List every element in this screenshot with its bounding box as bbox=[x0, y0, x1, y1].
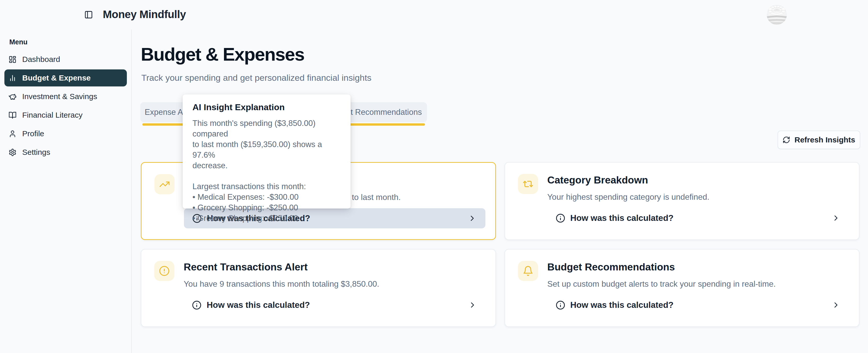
card-content: Recent Transactions Alert You have 9 tra… bbox=[184, 261, 486, 326]
card-content: Budget Recommendations Set up custom bud… bbox=[548, 261, 849, 326]
card-content: Category Breakdown Your highest spending… bbox=[548, 174, 849, 240]
sidebar-item-budget-expense[interactable]: Budget & Expense bbox=[4, 69, 127, 86]
alert-circle-icon bbox=[159, 266, 170, 276]
refresh-icon bbox=[782, 136, 790, 144]
chevron-right-icon bbox=[832, 301, 840, 309]
sidebar-item-label: Financial Literacy bbox=[22, 111, 83, 119]
sidebar-item-label: Settings bbox=[22, 148, 50, 156]
card-title: Category Breakdown bbox=[548, 175, 849, 185]
refresh-insights-button[interactable]: Refresh Insights bbox=[778, 131, 860, 149]
card-title: Budget Recommendations bbox=[548, 262, 849, 272]
sidebar-item-label: Dashboard bbox=[22, 55, 60, 64]
sidebar-item-label: Investment & Savings bbox=[22, 92, 97, 101]
tooltip-paragraph: This month's spending ($3,850.00) compar… bbox=[192, 118, 341, 171]
panel-left-icon bbox=[84, 10, 93, 19]
how-calculated-button[interactable]: How was this calculated? bbox=[548, 295, 849, 315]
top-header: Money Mindfully bbox=[0, 0, 868, 29]
card-budget-recommendations: Budget Recommendations Set up custom bud… bbox=[504, 249, 860, 327]
how-calculated-label: How was this calculated? bbox=[570, 213, 674, 223]
sidebar-menu-label: Menu bbox=[9, 38, 131, 46]
chevron-right-icon bbox=[832, 214, 840, 222]
card-description: Set up custom budget alerts to track you… bbox=[548, 278, 849, 289]
sidebar-item-label: Profile bbox=[22, 129, 44, 138]
card-title: Recent Transactions Alert bbox=[184, 262, 486, 272]
card-icon-box bbox=[518, 174, 538, 194]
sidebar-item-investment-savings[interactable]: Investment & Savings bbox=[4, 88, 127, 105]
sidebar-item-financial-literacy[interactable]: Financial Literacy bbox=[4, 107, 127, 123]
card-recent-transactions: Recent Transactions Alert You have 9 tra… bbox=[141, 249, 496, 327]
card-icon-box bbox=[154, 174, 175, 194]
card-description: You have 9 transactions this month total… bbox=[184, 278, 486, 289]
card-icon-box bbox=[518, 261, 538, 281]
how-calculated-label: How was this calculated? bbox=[570, 300, 674, 310]
card-category-breakdown: Category Breakdown Your highest spending… bbox=[504, 162, 860, 240]
gear-icon bbox=[8, 148, 17, 156]
ai-insight-tooltip: AI Insight Explanation This month's spen… bbox=[183, 95, 350, 209]
card-icon-box bbox=[154, 261, 175, 281]
app-screen: Money Mindfully bbox=[0, 0, 868, 353]
repeat-icon bbox=[523, 179, 533, 189]
sidebar: Menu Dashboard Budget & Expense Investme… bbox=[0, 29, 132, 353]
chevron-right-icon bbox=[468, 214, 476, 223]
how-calculated-button[interactable]: How was this calculated? bbox=[548, 208, 849, 228]
how-calculated-label: How was this calculated? bbox=[207, 300, 310, 310]
app-title: Money Mindfully bbox=[103, 8, 186, 21]
info-icon bbox=[556, 213, 565, 223]
tooltip-transactions-list: Largest transactions this month: • Medic… bbox=[192, 181, 341, 223]
layout-dashboard-icon bbox=[8, 56, 17, 64]
bar-chart-icon bbox=[8, 74, 17, 82]
book-open-icon bbox=[8, 111, 17, 119]
info-icon bbox=[192, 301, 202, 310]
sidebar-item-label: Budget & Expense bbox=[22, 74, 91, 82]
how-calculated-button[interactable]: How was this calculated? bbox=[184, 295, 486, 315]
page-title: Budget & Expenses bbox=[141, 44, 304, 65]
sidebar-item-profile[interactable]: Profile bbox=[4, 125, 127, 142]
bell-icon bbox=[523, 266, 533, 276]
sidebar-item-settings[interactable]: Settings bbox=[4, 144, 127, 161]
user-icon bbox=[8, 130, 17, 138]
avatar[interactable] bbox=[767, 5, 787, 25]
page-subtitle: Track your spending and get personalized… bbox=[141, 73, 371, 83]
refresh-insights-label: Refresh Insights bbox=[795, 136, 855, 144]
tooltip-title: AI Insight Explanation bbox=[192, 102, 341, 112]
sidebar-item-dashboard[interactable]: Dashboard bbox=[4, 51, 127, 68]
card-description: Your highest spending category is undefi… bbox=[548, 191, 849, 202]
sidebar-toggle-button[interactable] bbox=[84, 10, 94, 20]
trending-up-icon bbox=[159, 179, 170, 190]
info-icon bbox=[556, 301, 565, 310]
chevron-right-icon bbox=[468, 301, 477, 309]
dome-avatar-image bbox=[767, 5, 787, 25]
piggy-bank-icon bbox=[8, 93, 17, 101]
sidebar-nav: Dashboard Budget & Expense Investment & … bbox=[0, 51, 131, 161]
